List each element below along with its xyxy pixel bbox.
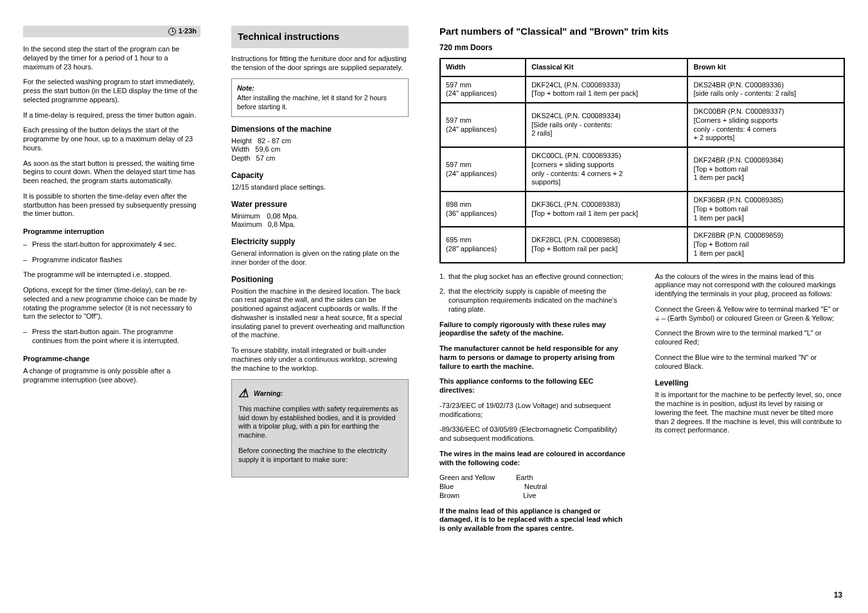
table-cell: 898 mm (36" appliances) [440, 191, 526, 227]
note-box: Note: After installing the machine, let … [231, 78, 409, 116]
pos-title: Positioning [231, 275, 409, 285]
cap-title: Capacity [231, 171, 409, 181]
c1-ind2: Programme indicator flashes [23, 256, 200, 265]
warning-triangle-icon: ⚠ [238, 386, 249, 401]
table-cell: DKF36CL (P.N. C00089383) [Top + bottom r… [526, 191, 687, 227]
part-numbers-table: WidthClassical KitBrown kit 597 mm (24" … [439, 58, 845, 263]
table-cell: DKF28CL (P.N. C00089858) [Top + Bottom r… [526, 227, 687, 262]
c3-ensure2-text: that the electricity supply is capable o… [448, 287, 617, 313]
c1-p9: A change of programme is only possible a… [23, 367, 200, 385]
table-row: 597 mm (24" appliances)DKF24CL (P.N. C00… [440, 76, 844, 103]
pos-body: Position the machine in the desired loca… [231, 287, 409, 341]
warning-p2: Before connecting the machine to the ele… [238, 447, 402, 465]
c1-ind1: Press the start-button for approximately… [23, 240, 200, 249]
c3-warn7b: Connect the Green & Yellow wire to termi… [655, 305, 846, 323]
column-3: Part numbers of "Classical" and "Brown" … [439, 26, 845, 540]
technical-instructions-heading: Technical instructions [231, 26, 409, 48]
c1-p4: Each pressing of the button delays the s… [23, 126, 200, 152]
c3-warn6b: As the colours of the wires in the mains… [655, 272, 846, 299]
table-cell: DKC00CL (P.N. C00089335) [corners + slid… [526, 147, 687, 191]
c3-warn5b: If the mains lead of this appliance is c… [439, 507, 630, 533]
table-cell: 597 mm (24" appliances) [440, 76, 526, 103]
c3-wirecolors: Green and Yellow Earth Blue Neutral Brow… [439, 474, 630, 500]
timer-label: 1·23h [179, 27, 197, 36]
c3-ensure1: 1.that the plug socket has an effective … [439, 272, 630, 281]
es-title: Electricity supply [231, 237, 409, 247]
c1-p8: Options, except for the timer (time-dela… [23, 286, 200, 321]
table-header-cell: Width [440, 58, 526, 76]
dims-title: Dimensions of the machine [231, 125, 409, 134]
leveling-body: It is important for the machine to be pe… [655, 391, 846, 435]
table-cell: 695 mm (28" appliances) [440, 227, 526, 262]
c1-ind3: Press the start-button again. The progra… [23, 328, 200, 346]
table-row: 695 mm (28" appliances)DKF28CL (P.N. C00… [440, 227, 844, 262]
table-cell: DKC00BR (P.N. C00089337) [Corners + slid… [687, 103, 844, 147]
table-row: 898 mm (36" appliances)DKF36CL (P.N. C00… [440, 191, 844, 227]
timer-band: 1·23h [23, 26, 200, 37]
table-cell: DKS24BR (P.N. C00089336) [side rails onl… [687, 76, 844, 103]
doors-subhead: 720 mm Doors [439, 43, 845, 53]
c1-p2: For the selected washing program to star… [23, 78, 200, 104]
table-row: 597 mm (24" appliances)DKS24CL (P.N. C00… [440, 103, 844, 147]
table-header-cell: Classical Kit [526, 58, 687, 76]
pos-body2: To ensure stability, install integrated … [231, 346, 409, 373]
c3-warn9b: Connect the Blue wire to the terminal ma… [655, 353, 846, 371]
c3-ensure2: 2.that the electricity supply is capable… [439, 287, 630, 314]
c1-p3: If a time-delay is required, press the t… [23, 111, 200, 120]
note-title: Note: [237, 84, 403, 93]
note-body: After installing the machine, let it sta… [237, 94, 387, 110]
c1-p7: The programme will be interrupted i.e. s… [23, 271, 200, 280]
table-cell: DKF28BR (P.N. C00089859) [Top + Bottom r… [687, 227, 844, 262]
c3-conf2: -89/336/EEC of 03/05/89 (Electromagnetic… [439, 425, 630, 443]
c1-p5: As soon as the start button is pressed, … [23, 159, 200, 186]
table-cell: 597 mm (24" appliances) [440, 103, 526, 147]
wp-body: Minimum 0,08 Mpa. Maximum 0,8 Mpa. [231, 212, 409, 230]
partnums-heading: Part numbers of "Classical" and "Brown" … [439, 26, 845, 38]
c1-p1: In the second step the start of the prog… [23, 45, 200, 71]
c3-ensure1-text: that the plug socket has an effective gr… [448, 272, 623, 280]
column-1: 1·23h In the second step the start of th… [23, 26, 200, 540]
page-number: 13 [834, 591, 842, 600]
warning-title: Warning: [254, 389, 283, 398]
warning-p1: This machine complies with safety requir… [238, 405, 402, 440]
table-row: 597 mm (24" appliances)DKC00CL (P.N. C00… [440, 147, 844, 191]
table-cell: 597 mm (24" appliances) [440, 147, 526, 191]
warning-box: ⚠ Warning: This machine complies with sa… [231, 379, 409, 477]
clock-icon [168, 28, 176, 35]
dims-body: Height 82 - 87 cm Width 59,6 cm Depth 57… [231, 137, 409, 163]
es-body: General information is given on the rati… [231, 249, 409, 267]
c3-warn8b: Connect the Brown wire to the terminal m… [655, 329, 846, 347]
c1-sub-change: Programme-change [23, 355, 200, 364]
table-cell: DKF24CL (P.N. C00089333) [Top + bottom r… [526, 76, 687, 103]
c3-warn4b: The wires in the mains lead are coloured… [439, 450, 630, 468]
column-2: Technical instructions Instructions for … [231, 26, 409, 540]
cap-body: 12/15 standard place settings. [231, 183, 409, 192]
table-cell: DKF36BR (P.N. C00089385) [Top + bottom r… [687, 191, 844, 227]
table-header-cell: Brown kit [687, 58, 844, 76]
c3-warn1b: Failure to comply rigorously with these … [439, 321, 630, 339]
table-cell: DKF24BR (P.N. C00089384) [Top + bottom r… [687, 147, 844, 191]
wp-title: Water pressure [231, 200, 409, 209]
table-cell: DKS24CL (P.N. C00089334) [Side rails onl… [526, 103, 687, 147]
c3-warn2b: The manufacturer cannot be held responsi… [439, 344, 630, 371]
c3-warn3b: This appliance conforms to the following… [439, 377, 630, 395]
c3-conf1: -73/23/EEC of 19/02/73 (Low Voltage) and… [439, 402, 630, 420]
leveling-title: Levelling [655, 378, 846, 388]
c1-p6: It is possible to shorten the time-delay… [23, 192, 200, 218]
c2-p1: Instructions for fitting the furniture d… [231, 55, 409, 73]
c1-sub-interruption: Programme interruption [23, 227, 200, 236]
